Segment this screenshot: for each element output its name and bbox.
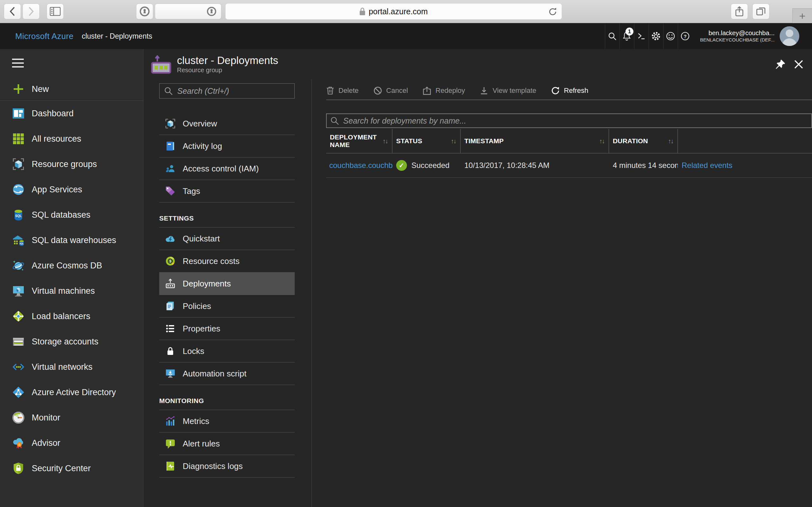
column-header-deployment-name[interactable]: DEPLOYMENT NAME ↑↓ xyxy=(326,129,392,153)
lock-icon xyxy=(165,346,176,356)
sidebar-item-virtual-networks[interactable]: Virtual networks xyxy=(0,354,143,380)
sql-database-icon: SQL xyxy=(12,209,25,221)
azure-top-bar: Microsoft Azure cluster - Deployments 1 … xyxy=(0,23,812,49)
terminal-icon xyxy=(637,32,646,41)
cloud-shell-button[interactable] xyxy=(634,23,649,49)
question-icon: ? xyxy=(680,32,690,41)
browser-extension-button[interactable] xyxy=(136,3,153,19)
sidebar-item-dashboard[interactable]: Dashboard xyxy=(0,101,143,126)
blade: cluster - Deployments Resource group xyxy=(143,49,812,507)
menu-item-locks[interactable]: Locks xyxy=(159,340,295,362)
close-blade-button[interactable] xyxy=(792,57,806,71)
column-header-timestamp[interactable]: TIMESTAMP ↑↓ xyxy=(461,129,609,153)
deployment-name-link[interactable]: couchbase.couchbase-ent... xyxy=(326,161,392,170)
sidebar-item-monitor[interactable]: Monitor xyxy=(0,405,143,430)
browser-tabs-button[interactable] xyxy=(752,3,769,19)
sidebar-item-load-balancers[interactable]: Load balancers xyxy=(0,303,143,329)
menu-item-activity-log[interactable]: Activity log xyxy=(159,135,295,158)
address-bar[interactable]: portal.azure.com xyxy=(225,3,562,20)
deployment-search-box[interactable] xyxy=(326,113,812,128)
hamburger-menu-button[interactable] xyxy=(0,49,143,68)
menu-item-quickstart[interactable]: Quickstart xyxy=(159,228,295,250)
new-tab-button[interactable]: + xyxy=(792,8,812,23)
column-header-status[interactable]: STATUS ↑↓ xyxy=(392,129,461,153)
workspace: New Dashboard All resources xyxy=(0,49,812,507)
sidebar-item-new[interactable]: New xyxy=(0,78,143,101)
avatar-body xyxy=(782,38,797,46)
delete-button[interactable]: Delete xyxy=(326,86,359,95)
sidebar-item-azure-cosmos-db[interactable]: Azure Cosmos DB xyxy=(0,253,143,278)
menu-item-access-control[interactable]: Access control (IAM) xyxy=(159,158,295,180)
sidebar-item-app-services[interactable]: App Services xyxy=(0,177,143,202)
deployments-table: DEPLOYMENT NAME ↑↓ STATUS ↑↓ TIMESTAMP ↑… xyxy=(326,129,812,178)
menu-item-automation-script[interactable]: Automation script xyxy=(159,362,295,385)
browser-extension-button-2[interactable] xyxy=(155,3,221,19)
policies-icon xyxy=(165,301,176,312)
status-text: Succeeded xyxy=(411,161,450,170)
redeploy-button[interactable]: Redeploy xyxy=(422,86,465,95)
sidebar-item-storage-accounts[interactable]: Storage accounts xyxy=(0,329,143,354)
sort-icon[interactable]: ↑↓ xyxy=(451,137,456,145)
sidebar-item-advisor[interactable]: Advisor xyxy=(0,430,143,456)
blade-search-box[interactable] xyxy=(159,83,295,99)
sidebar-item-sql-databases[interactable]: SQL SQL databases xyxy=(0,202,143,228)
menu-item-deployments[interactable]: Deployments xyxy=(159,273,295,295)
deployment-search-input[interactable] xyxy=(343,116,811,125)
cancel-button[interactable]: Cancel xyxy=(373,86,408,95)
account-menu[interactable]: ben.lackey@couchba... BENLACKEYCOUCHBASE… xyxy=(700,29,774,43)
browser-sidebar-toggle[interactable] xyxy=(47,3,64,19)
related-events-link[interactable]: Related events xyxy=(678,161,812,170)
sidebar-item-azure-active-directory[interactable]: Azure Active Directory xyxy=(0,380,143,405)
sidebar-item-sql-data-warehouses[interactable]: SQL SQL data warehouses xyxy=(0,228,143,253)
refresh-icon xyxy=(551,86,560,95)
sidebar-item-resource-groups[interactable]: Resource groups xyxy=(0,152,143,177)
reload-icon[interactable] xyxy=(548,7,557,16)
diagnostics-book-icon xyxy=(165,461,176,471)
table-row[interactable]: couchbase.couchbase-ent... ✓ Succeeded 1… xyxy=(326,153,812,178)
table-header-row: DEPLOYMENT NAME ↑↓ STATUS ↑↓ TIMESTAMP ↑… xyxy=(326,129,812,153)
keyhole-icon xyxy=(139,6,150,17)
svg-text:$: $ xyxy=(169,260,171,263)
browser-back-button[interactable] xyxy=(4,3,21,19)
menu-item-metrics[interactable]: Metrics xyxy=(159,410,295,433)
menu-item-policies[interactable]: Policies xyxy=(159,295,295,318)
menu-item-properties[interactable]: Properties xyxy=(159,318,295,340)
chevron-left-icon xyxy=(9,7,16,16)
sort-icon[interactable]: ↑↓ xyxy=(668,137,673,145)
help-button[interactable]: ? xyxy=(678,23,693,49)
pin-blade-button[interactable] xyxy=(773,57,787,71)
status-cell: ✓ Succeeded xyxy=(392,160,461,171)
menu-item-diagnostics-logs[interactable]: Diagnostics logs xyxy=(159,455,295,477)
load-balancer-icon xyxy=(12,310,25,323)
grid-icon xyxy=(12,132,25,145)
sidebar-item-all-resources[interactable]: All resources xyxy=(0,126,143,152)
menu-item-overview[interactable]: Overview xyxy=(159,112,295,135)
menu-item-tags[interactable]: Tags xyxy=(159,180,295,203)
refresh-button[interactable]: Refresh xyxy=(551,86,589,95)
tabs-icon xyxy=(756,7,766,16)
blade-search-input[interactable] xyxy=(177,87,291,96)
menu-item-resource-costs[interactable]: $ Resource costs xyxy=(159,250,295,273)
plus-icon xyxy=(12,83,25,95)
feedback-button[interactable] xyxy=(663,23,678,49)
notifications-button[interactable]: 1 xyxy=(619,23,634,49)
menu-item-alert-rules[interactable]: Alert rules xyxy=(159,433,295,455)
column-header-duration[interactable]: DURATION ↑↓ xyxy=(609,129,678,153)
settings-button[interactable] xyxy=(649,23,663,49)
close-icon xyxy=(794,60,803,69)
sidebar-item-security-center[interactable]: Security Center xyxy=(0,456,143,481)
search-icon xyxy=(164,87,173,95)
automation-script-icon xyxy=(165,368,176,379)
svg-text:SQL: SQL xyxy=(19,242,23,245)
view-template-button[interactable]: View template xyxy=(479,86,537,95)
sidebar-item-virtual-machines[interactable]: Virtual machines xyxy=(0,278,143,303)
sort-icon[interactable]: ↑↓ xyxy=(383,137,388,145)
azure-logo[interactable]: Microsoft Azure xyxy=(0,32,73,41)
resource-group-icon xyxy=(151,55,171,74)
sort-icon[interactable]: ↑↓ xyxy=(599,137,604,145)
avatar[interactable] xyxy=(780,26,799,46)
plus-icon: + xyxy=(799,10,806,22)
global-search-button[interactable] xyxy=(605,23,619,49)
browser-forward-button[interactable] xyxy=(22,3,40,19)
browser-share-button[interactable] xyxy=(731,3,748,19)
